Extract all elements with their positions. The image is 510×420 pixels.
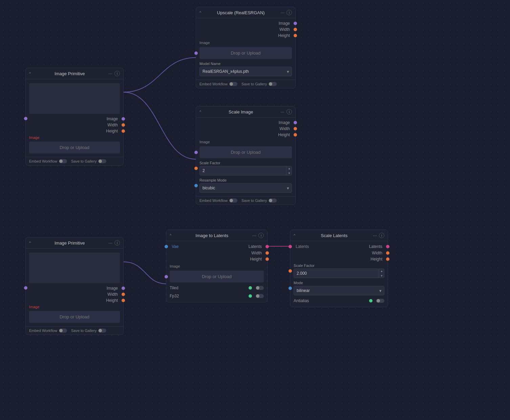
menu-dots-scale-latents[interactable]: ··· — [373, 233, 377, 238]
info-icon-latents[interactable]: i — [258, 233, 264, 238]
collapse-icon-1[interactable]: ^ — [29, 71, 31, 76]
scale-factor-arrows: ▲ ▼ — [286, 166, 292, 175]
height-output-label-2: Height — [106, 298, 118, 303]
scale-factor-down[interactable]: ▼ — [286, 171, 292, 175]
info-icon-upscale[interactable]: i — [286, 10, 292, 15]
header-actions-2: ··· i — [108, 240, 120, 246]
menu-dots-latents[interactable]: ··· — [252, 233, 256, 238]
scale-factor-up[interactable]: ▲ — [286, 166, 292, 171]
image-input-port-upscale[interactable] — [194, 51, 198, 55]
width-output-port-1[interactable] — [122, 123, 125, 127]
left-port-1[interactable] — [24, 117, 27, 120]
fp32-toggle[interactable] — [256, 294, 264, 298]
scale-factor-up-sl[interactable]: ▲ — [379, 269, 384, 273]
latents-input-port-sl[interactable] — [289, 245, 292, 248]
save-gallery-toggle-scale[interactable] — [269, 198, 277, 203]
embed-workflow-toggle-scale[interactable] — [229, 198, 237, 203]
height-port-latents[interactable] — [265, 257, 269, 261]
menu-dots-2[interactable]: ··· — [108, 240, 112, 246]
resample-mode-select[interactable]: bicubic — [199, 183, 292, 193]
image-input-port-latents[interactable] — [165, 275, 168, 278]
height-output-label-1: Height — [106, 129, 118, 133]
image-primitive-node-2: ^ Image Primitive ··· i Image Width Heig… — [25, 237, 124, 335]
image-port-scale[interactable] — [294, 121, 297, 124]
width-output-sl: Width — [290, 250, 388, 256]
save-gallery-group-1: Save to Gallery — [71, 159, 106, 163]
save-gallery-toggle-upscale[interactable] — [269, 82, 277, 86]
latents-input-label-sl: Latents — [296, 244, 309, 249]
latents-io-row: Latents Latents — [290, 243, 388, 250]
latents-port[interactable] — [265, 245, 269, 248]
model-name-group-upscale: Model Name RealESRGAN_x4plus.pth — [196, 60, 295, 78]
height-output-port-2[interactable] — [122, 299, 125, 302]
image-input-section-upscale: Drop or Upload — [196, 47, 295, 59]
image-label-upscale: Image — [199, 41, 210, 45]
collapse-icon-scale-image[interactable]: ^ — [199, 110, 201, 114]
save-gallery-group-2: Save to Gallery — [71, 329, 106, 333]
image-output-port-1[interactable] — [122, 117, 125, 121]
drop-upload-btn-latents[interactable]: Drop or Upload — [170, 271, 264, 282]
embed-workflow-toggle-2[interactable] — [59, 329, 67, 333]
scale-factor-label: Scale Factor — [199, 161, 292, 165]
save-gallery-toggle-2[interactable] — [98, 329, 106, 333]
image-port-label-scale: Image — [279, 120, 290, 125]
collapse-icon-scale-latents[interactable]: ^ — [294, 233, 295, 237]
width-port-latents[interactable] — [265, 251, 269, 255]
height-output-port-1[interactable] — [122, 129, 125, 133]
embed-workflow-toggle-1[interactable] — [59, 159, 67, 163]
height-port-scale[interactable] — [294, 133, 297, 136]
resample-mode-port[interactable] — [194, 184, 198, 187]
save-gallery-toggle-1[interactable] — [98, 159, 106, 163]
width-port-label-scale: Width — [279, 126, 290, 131]
collapse-icon-upscale[interactable]: ^ — [199, 10, 201, 15]
save-gallery-label-2: Save to Gallery — [71, 329, 97, 333]
scale-factor-input[interactable] — [199, 166, 292, 175]
embed-workflow-toggle-upscale[interactable] — [229, 82, 237, 86]
menu-dots-1[interactable]: ··· — [108, 71, 112, 76]
upscale-node-body: Image Width Height Image Drop or Upload … — [196, 18, 295, 80]
vae-port[interactable] — [165, 245, 168, 248]
height-port-sl[interactable] — [386, 257, 389, 261]
width-port-sl[interactable] — [386, 251, 389, 255]
drop-upload-btn-scale[interactable]: Drop or Upload — [199, 146, 292, 158]
info-icon-1[interactable]: i — [114, 71, 120, 76]
embed-workflow-label-scale: Embed Workflow — [199, 198, 228, 203]
info-icon-2[interactable]: i — [114, 240, 120, 246]
width-port-upscale[interactable] — [294, 28, 297, 31]
model-name-select[interactable]: RealESRGAN_x4plus.pth — [199, 67, 292, 76]
image-input-port-scale[interactable] — [194, 151, 198, 154]
antialias-toggle[interactable] — [376, 299, 384, 303]
image-port-upscale[interactable] — [294, 22, 297, 25]
image-output-upscale: Image — [196, 20, 295, 26]
drop-upload-btn-1[interactable]: Drop or Upload — [29, 142, 120, 153]
scale-factor-port-sl[interactable] — [289, 269, 292, 273]
height-output-latents: Height — [166, 256, 267, 262]
drop-upload-btn-upscale[interactable]: Drop or Upload — [199, 47, 292, 59]
scale-factor-input-sl[interactable] — [294, 269, 384, 278]
image-to-latents-header: ^ Image to Latents ··· i — [166, 230, 267, 241]
image-output-port-2[interactable] — [122, 287, 125, 290]
menu-dots-upscale[interactable]: ··· — [280, 10, 284, 15]
image-input-latents-label: Image — [166, 262, 267, 269]
collapse-icon-2[interactable]: ^ — [29, 241, 31, 245]
width-port-scale[interactable] — [294, 127, 297, 130]
latents-output-port-sl[interactable] — [386, 245, 389, 248]
collapse-icon-latents[interactable]: ^ — [170, 233, 171, 237]
mode-select-sl[interactable]: bilinear — [294, 286, 384, 295]
node-footer-1: Embed Workflow Save to Gallery — [26, 157, 123, 165]
fp32-port[interactable] — [249, 294, 252, 298]
width-output-port-2[interactable] — [122, 293, 125, 296]
tiled-toggle[interactable] — [256, 286, 264, 290]
left-port-2[interactable] — [24, 286, 27, 290]
tiled-port[interactable] — [249, 286, 252, 290]
mode-port-sl[interactable] — [289, 287, 292, 290]
scale-factor-port[interactable] — [194, 167, 198, 170]
height-port-upscale[interactable] — [294, 34, 297, 37]
menu-dots-scale-image[interactable]: ··· — [280, 109, 284, 114]
info-icon-scale-latents[interactable]: i — [379, 233, 384, 238]
drop-upload-btn-2[interactable]: Drop or Upload — [29, 311, 120, 323]
vae-label: Vae — [172, 244, 178, 249]
info-icon-scale-image[interactable]: i — [286, 109, 292, 114]
scale-factor-down-sl[interactable]: ▼ — [379, 273, 384, 278]
antialias-port[interactable] — [369, 299, 373, 302]
